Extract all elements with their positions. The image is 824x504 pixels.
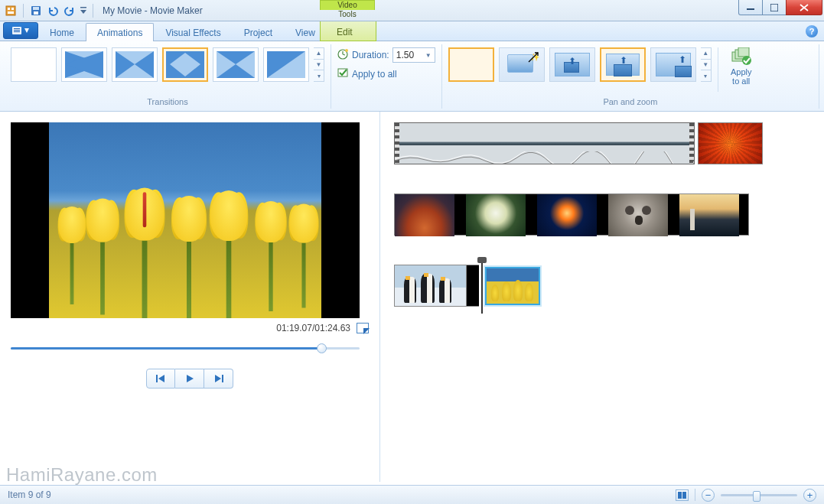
apply-all-icon	[337, 67, 349, 81]
duration-field[interactable]: 1.50 ▼	[392, 47, 435, 63]
apply-to-all-big-label: Apply to all	[731, 67, 752, 86]
ribbon-tab-strip: Home Animations Visual Effects Project V…	[0, 21, 824, 41]
zoom-out-button[interactable]: −	[702, 489, 715, 502]
clip-image-tulips-selected[interactable]	[485, 267, 540, 305]
help-icon[interactable]: ?	[806, 25, 818, 37]
svg-rect-3	[8, 11, 14, 14]
status-item-count: Item 9 of 9	[8, 489, 51, 500]
pan-auto[interactable]: ✨	[499, 47, 545, 82]
workspace: 01:19.07/01:24.63	[0, 112, 824, 482]
svg-rect-8	[747, 8, 754, 10]
svg-rect-5	[33, 7, 39, 10]
preview-viewport[interactable]	[11, 122, 360, 318]
save-icon[interactable]	[28, 3, 44, 18]
window-title: My Movie - Movie Maker	[103, 5, 203, 16]
timeline-pane[interactable]	[380, 112, 824, 482]
transition-diagonal-in[interactable]	[112, 47, 158, 82]
thumbnail-size-button[interactable]	[676, 489, 689, 501]
zoom-in-button[interactable]: +	[803, 489, 816, 502]
quick-access-toolbar	[0, 3, 96, 18]
apply-to-all-label: Apply to all	[352, 69, 397, 80]
clip-video-1[interactable]	[394, 122, 695, 164]
close-button[interactable]	[786, 0, 822, 15]
timeline-row-1	[394, 122, 810, 164]
tab-home[interactable]: Home	[38, 23, 86, 41]
clip-image-koala[interactable]	[608, 194, 668, 236]
timeline-row-2	[394, 193, 749, 236]
svg-rect-12	[14, 30, 20, 31]
ribbon: ▲▼▾ Transitions Duration: 1.50 ▼ Apply t…	[0, 41, 824, 112]
clip-image-lighthouse[interactable]	[679, 194, 739, 236]
tab-animations[interactable]: Animations	[86, 23, 154, 41]
transition-none[interactable]	[11, 47, 57, 82]
clip-image-penguins[interactable]	[394, 265, 467, 307]
timeline-row-3	[394, 265, 810, 307]
file-menu-button[interactable]	[3, 22, 38, 39]
svg-rect-11	[14, 28, 20, 29]
transition-diamond[interactable]	[162, 47, 208, 82]
pan-none[interactable]	[448, 47, 494, 82]
duration-clock-icon	[337, 48, 349, 62]
duration-value: 1.50	[396, 50, 414, 60]
preview-image-tulips	[49, 122, 321, 318]
pan-zoom-in-right[interactable]: ⬆	[650, 47, 696, 82]
timeline-playhead[interactable]	[481, 259, 483, 314]
title-bar: My Movie - Movie Maker Video Tools	[0, 0, 824, 21]
zoom-slider[interactable]	[721, 494, 797, 496]
apply-all-big-icon	[731, 47, 751, 66]
next-frame-button[interactable]	[204, 369, 233, 389]
svg-rect-9	[770, 4, 778, 11]
status-bar: Item 9 of 9 − +	[0, 485, 824, 504]
pan-zoom-in-center[interactable]: ⬆	[549, 47, 595, 82]
svg-rect-14	[15, 51, 53, 78]
group-label-transitions: Transitions	[11, 97, 324, 109]
undo-icon[interactable]	[45, 3, 60, 18]
svg-rect-25	[738, 47, 749, 57]
clip-image-desert[interactable]	[395, 194, 454, 236]
svg-rect-2	[11, 8, 14, 10]
preview-time: 01:19.07/01:24.63	[276, 323, 350, 333]
group-label-pan: Pan and zoom	[448, 97, 813, 109]
app-icon[interactable]	[3, 3, 18, 18]
duration-label: Duration:	[352, 50, 389, 60]
fullscreen-icon[interactable]	[357, 323, 369, 333]
transition-crossfade[interactable]	[61, 47, 107, 82]
clip-image-jellyfish[interactable]	[537, 194, 597, 236]
apply-to-all-button[interactable]: Apply to all	[337, 67, 435, 81]
svg-rect-6	[34, 11, 38, 15]
svg-rect-0	[6, 6, 15, 15]
svg-point-21	[345, 49, 348, 52]
svg-rect-28	[222, 375, 223, 382]
tab-edit[interactable]: Edit	[321, 22, 369, 41]
contextual-tab-header: Video Tools	[320, 0, 375, 10]
tab-project[interactable]: Project	[233, 23, 284, 41]
play-button[interactable]	[175, 369, 204, 389]
chevron-down-icon: ▼	[425, 52, 432, 59]
prev-frame-button[interactable]	[146, 369, 175, 389]
svg-point-26	[742, 56, 751, 65]
qat-customize-icon[interactable]	[79, 3, 88, 18]
svg-rect-13	[14, 31, 20, 32]
redo-icon[interactable]	[62, 3, 77, 18]
transition-wipe[interactable]	[263, 47, 309, 82]
clip-image-flower-red[interactable]	[698, 122, 763, 164]
seek-slider[interactable]	[11, 341, 360, 355]
pan-gallery-more[interactable]: ▲▼▾	[701, 47, 712, 82]
svg-rect-7	[80, 7, 86, 8]
maximize-button[interactable]	[762, 0, 787, 15]
apply-to-all-pan-button[interactable]: Apply to all	[725, 47, 758, 86]
transitions-gallery-more[interactable]: ▲▼▾	[314, 47, 324, 82]
clip-image-hydrangea[interactable]	[466, 194, 526, 236]
transition-diagonal-out[interactable]	[213, 47, 259, 82]
svg-rect-27	[156, 375, 158, 382]
minimize-button[interactable]	[738, 0, 763, 15]
tab-visual-effects[interactable]: Visual Effects	[154, 23, 232, 41]
svg-rect-1	[8, 8, 10, 10]
preview-pane: 01:19.07/01:24.63	[0, 112, 380, 482]
pan-zoom-in-bottom[interactable]: ⬆	[600, 47, 646, 82]
